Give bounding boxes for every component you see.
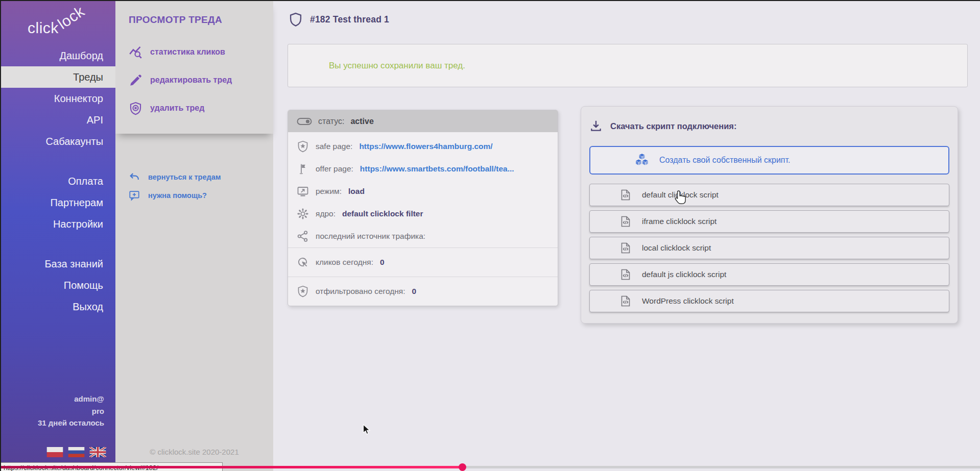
- button-wordpress-script[interactable]: WordPress clicklock script: [589, 290, 949, 312]
- sidebar-item-api[interactable]: API: [0, 109, 115, 131]
- clicklock-logo[interactable]: click lock: [0, 8, 115, 44]
- shield-star-icon: [297, 285, 309, 298]
- language-switcher: [0, 447, 115, 457]
- account-email: admin@: [0, 393, 104, 405]
- sidebar-item-connector[interactable]: Коннектор: [0, 88, 115, 109]
- safe-page-link[interactable]: https://www.flowers4hamburg.com/: [359, 142, 492, 151]
- comment-plus-icon: [129, 190, 140, 201]
- button-create-own-script[interactable]: Создать свой собственный скрипт.: [589, 146, 949, 175]
- button-iframe-script[interactable]: iframe clicklock script: [589, 210, 949, 233]
- shield-x-icon: [129, 102, 142, 115]
- download-panel-header: Скачать скрипт подключения:: [589, 118, 949, 134]
- shield-icon: [289, 11, 303, 28]
- sidebar-item-subaccounts[interactable]: Сабакаунты: [0, 131, 115, 152]
- row-safe-page: safe page: https://www.flowers4hamburg.c…: [288, 135, 558, 158]
- shield-star-icon: [297, 140, 309, 153]
- thread-links: вернуться к тредам нужна помощь?: [129, 170, 221, 207]
- pencil-icon: [129, 73, 142, 87]
- button-default-script[interactable]: default clicklock script: [589, 184, 949, 206]
- sidebar-nav: Дашборд Треды Коннектор API Сабакаунты О…: [0, 45, 115, 317]
- download-scripts-panel: Скачать скрипт подключения: Создать свой…: [581, 106, 958, 324]
- row-last-traffic-source: последний источник трафика:: [288, 225, 558, 247]
- offer-page-link[interactable]: https://www.smartbets.com/football/tea..…: [360, 164, 514, 173]
- sidebar-item-settings[interactable]: Настройки: [0, 213, 115, 235]
- video-frame-edge-left: [0, 0, 1, 471]
- sidebar-item-threads[interactable]: Треды: [0, 66, 115, 88]
- status-value: active: [350, 117, 373, 126]
- success-message: Вы успешно сохранили ваш тред.: [329, 61, 465, 71]
- sidebar: click lock Дашборд Треды Коннектор API С…: [0, 0, 115, 471]
- toggle-icon: [297, 117, 312, 126]
- flag-ru-icon[interactable]: [68, 447, 85, 457]
- sidebar-item-knowledge-base[interactable]: База знаний: [0, 253, 115, 275]
- video-progress-knob[interactable]: [459, 463, 466, 471]
- mouse-arrow-cursor: [363, 424, 373, 435]
- undo-icon: [129, 171, 140, 183]
- code-file-icon: [619, 268, 632, 281]
- mouse-hand-cursor: [673, 189, 688, 206]
- row-offer-page: offer page: https://www.smartbets.com/fo…: [288, 158, 558, 180]
- screen-arrow-icon: [297, 185, 309, 197]
- button-default-js-script[interactable]: default js clicklock script: [589, 263, 949, 286]
- sidebar-item-payment[interactable]: Оплата: [0, 170, 115, 192]
- row-mode: режим: load: [288, 180, 558, 203]
- video-progress-fill: [0, 466, 462, 468]
- flag-pl-icon[interactable]: [46, 447, 63, 457]
- menu-item-edit-thread[interactable]: редактировать тред: [129, 71, 232, 89]
- button-local-script[interactable]: local clicklock script: [589, 237, 949, 259]
- account-days-left: 31 дней осталось: [0, 417, 104, 429]
- panel-title: ПРОСМОТР ТРЕДА: [129, 14, 222, 26]
- copyright: © clicklock.site 2020-2021: [115, 448, 273, 456]
- menu-item-delete-thread[interactable]: удалить тред: [129, 100, 232, 117]
- video-progress-remaining: [462, 466, 980, 468]
- flag-gb-icon[interactable]: [89, 447, 106, 457]
- thread-status-card: статус: active safe page: https://www.fl…: [288, 110, 558, 306]
- sidebar-item-partners[interactable]: Партнерам: [0, 192, 115, 213]
- account-info: admin@ pro 31 дней осталось: [0, 393, 115, 429]
- video-progress-bar[interactable]: [0, 466, 980, 468]
- filtered-today-value: 0: [412, 287, 416, 296]
- sidebar-item-logout[interactable]: Выход: [0, 296, 115, 317]
- link-need-help[interactable]: нужна помощь?: [129, 189, 221, 202]
- row-filtered-today: отфильтровано сегодня: 0: [288, 277, 558, 306]
- success-alert: Вы успешно сохранили ваш тред.: [288, 44, 968, 87]
- code-file-icon: [619, 215, 632, 228]
- status-card-body: safe page: https://www.flowers4hamburg.c…: [288, 132, 558, 306]
- stats-search-icon: [129, 45, 142, 59]
- video-frame-edge-top: [0, 0, 980, 1]
- mode-value: load: [348, 187, 365, 196]
- click-icon: [297, 256, 309, 268]
- thread-title-row: #182 Test thread 1: [289, 10, 389, 29]
- logo-text-lock: lock: [55, 3, 88, 33]
- sidebar-item-help[interactable]: Помощь: [0, 275, 115, 296]
- thread-view-panel: ПРОСМОТР ТРЕДА статистика кликов редакти…: [115, 0, 273, 471]
- core-value: default clicklock filter: [342, 209, 423, 218]
- page-title: #182 Test thread 1: [310, 14, 389, 25]
- code-file-icon: [619, 189, 632, 201]
- status-header: статус: active: [288, 110, 558, 132]
- clicks-today-value: 0: [380, 258, 385, 267]
- flag-icon: [297, 163, 309, 175]
- code-file-icon: [619, 242, 632, 254]
- code-file-icon: [619, 295, 632, 307]
- cubes-icon: [634, 153, 650, 167]
- gear-icon: [297, 208, 309, 220]
- row-clicks-today: кликов сегодня: 0: [288, 247, 558, 277]
- row-core: ядро: default clicklock filter: [288, 203, 558, 225]
- status-label: статус:: [318, 117, 344, 126]
- thread-menu: статистика кликов редактировать тред уда…: [129, 43, 232, 128]
- download-panel-title: Скачать скрипт подключения:: [610, 121, 736, 131]
- logo-text-click: click: [28, 19, 59, 37]
- account-plan: pro: [0, 405, 104, 417]
- menu-item-click-stats[interactable]: статистика кликов: [129, 43, 232, 61]
- download-icon: [589, 119, 603, 133]
- link-back-to-threads[interactable]: вернуться к тредам: [129, 170, 221, 184]
- share-icon: [297, 230, 309, 242]
- sidebar-item-dashboard[interactable]: Дашборд: [0, 45, 115, 66]
